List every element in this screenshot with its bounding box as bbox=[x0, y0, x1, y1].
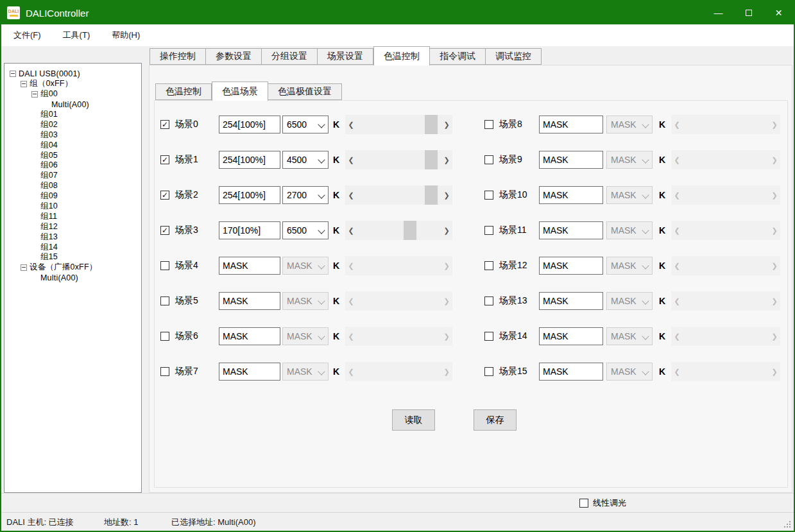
scene-level-input[interactable] bbox=[539, 151, 603, 169]
scene-level-input[interactable] bbox=[219, 151, 280, 169]
tree-item[interactable]: 组12 bbox=[4, 221, 141, 232]
read-button[interactable]: 读取 bbox=[392, 409, 435, 431]
tree-item[interactable]: 组06 bbox=[4, 160, 141, 171]
scene-level-input[interactable] bbox=[219, 327, 280, 345]
scene-enable-checkbox[interactable] bbox=[160, 261, 169, 270]
scene-enable-checkbox[interactable] bbox=[484, 120, 493, 129]
scene-enable-checkbox[interactable] bbox=[160, 296, 169, 305]
scrollbar-left-arrow[interactable]: ❮ bbox=[345, 221, 357, 240]
subtab-cct-limits[interactable]: 色温极值设置 bbox=[268, 83, 342, 100]
scrollbar-right-arrow[interactable]: ❯ bbox=[441, 150, 452, 169]
scene-cct-dropdown[interactable]: MASK bbox=[282, 257, 329, 275]
tab-grouping-setting[interactable]: 分组设置 bbox=[262, 48, 318, 65]
linear-dimming-option[interactable]: 线性调光 bbox=[579, 497, 626, 509]
scene-cct-scrollbar[interactable]: ❮❯ bbox=[345, 150, 452, 169]
scene-level-input[interactable] bbox=[539, 221, 603, 239]
tree-item[interactable]: 组00 bbox=[4, 89, 141, 99]
tree-item[interactable]: 组（0xFF） bbox=[4, 79, 141, 89]
scene-cct-dropdown[interactable]: MASK bbox=[606, 186, 653, 204]
scrollbar-right-arrow[interactable]: ❯ bbox=[441, 221, 452, 240]
scene-enable-checkbox[interactable]: ✓ bbox=[160, 120, 169, 129]
scene-cct-dropdown[interactable]: MASK bbox=[282, 363, 329, 381]
subtab-cct-control[interactable]: 色温控制 bbox=[155, 83, 212, 100]
scrollbar-track[interactable] bbox=[357, 115, 441, 134]
scene-cct-scrollbar[interactable]: ❮❯ bbox=[345, 221, 452, 240]
scene-cct-scrollbar[interactable]: ❮❯ bbox=[345, 185, 452, 205]
scrollbar-left-arrow[interactable]: ❮ bbox=[345, 150, 357, 169]
tree-item[interactable]: 组14 bbox=[4, 242, 141, 252]
tab-command-debug[interactable]: 指令调试 bbox=[430, 48, 486, 65]
scene-cct-dropdown[interactable]: 6500 bbox=[282, 116, 329, 133]
tree-collapse-icon[interactable] bbox=[21, 81, 27, 87]
tree-collapse-icon[interactable] bbox=[21, 264, 27, 271]
scene-level-input[interactable] bbox=[219, 363, 280, 381]
scene-cct-dropdown[interactable]: MASK bbox=[606, 221, 653, 239]
tree-item[interactable]: 组05 bbox=[4, 150, 141, 160]
scene-level-input[interactable] bbox=[219, 257, 280, 275]
scene-enable-checkbox[interactable] bbox=[484, 367, 493, 376]
tree-item[interactable]: 组02 bbox=[4, 119, 141, 130]
tree-item[interactable]: 组08 bbox=[4, 181, 141, 191]
tree-item[interactable]: 组03 bbox=[4, 130, 141, 140]
tree-collapse-icon[interactable] bbox=[10, 71, 16, 77]
scene-cct-dropdown[interactable]: MASK bbox=[606, 327, 653, 345]
scene-level-input[interactable] bbox=[539, 327, 603, 345]
scene-cct-dropdown[interactable]: 4500 bbox=[282, 151, 329, 169]
scene-cct-dropdown[interactable]: 6500 bbox=[282, 221, 329, 239]
scene-cct-dropdown[interactable]: 2700 bbox=[282, 186, 329, 204]
minimize-button[interactable]: — bbox=[703, 1, 733, 24]
scene-enable-checkbox[interactable] bbox=[160, 332, 169, 341]
scene-cct-dropdown[interactable]: MASK bbox=[606, 151, 653, 169]
scrollbar-track[interactable] bbox=[357, 185, 441, 205]
scene-cct-dropdown[interactable]: MASK bbox=[606, 292, 653, 310]
tree-item[interactable]: 设备（广播0xFF） bbox=[4, 262, 141, 273]
scene-enable-checkbox[interactable] bbox=[484, 191, 493, 200]
scene-level-input[interactable] bbox=[219, 186, 280, 204]
resize-grip-icon[interactable] bbox=[784, 521, 791, 528]
scrollbar-right-arrow[interactable]: ❯ bbox=[441, 115, 452, 134]
scrollbar-track[interactable] bbox=[357, 221, 441, 240]
scene-enable-checkbox[interactable] bbox=[484, 261, 493, 270]
menu-item-help[interactable]: 帮助(H) bbox=[105, 28, 147, 43]
scrollbar-thumb[interactable] bbox=[404, 221, 416, 240]
scene-cct-dropdown[interactable]: MASK bbox=[606, 116, 653, 133]
tree-item[interactable]: 组15 bbox=[4, 252, 141, 262]
save-button[interactable]: 保存 bbox=[474, 409, 517, 431]
scene-enable-checkbox[interactable] bbox=[160, 367, 169, 376]
scene-level-input[interactable] bbox=[539, 363, 603, 381]
scrollbar-left-arrow[interactable]: ❮ bbox=[345, 185, 357, 205]
maximize-button[interactable] bbox=[733, 1, 764, 24]
scene-cct-dropdown[interactable]: MASK bbox=[606, 257, 653, 275]
scene-level-input[interactable] bbox=[219, 116, 280, 133]
scene-enable-checkbox[interactable] bbox=[484, 155, 493, 164]
tree-collapse-icon[interactable] bbox=[31, 91, 38, 98]
subtab-cct-scene[interactable]: 色温场景 bbox=[212, 82, 268, 101]
tree-item[interactable]: Multi(A00) bbox=[4, 99, 141, 110]
tab-scene-setting[interactable]: 场景设置 bbox=[318, 48, 373, 65]
tab-debug-monitor[interactable]: 调试监控 bbox=[486, 48, 542, 65]
scene-enable-checkbox[interactable]: ✓ bbox=[160, 226, 169, 235]
tree-item[interactable]: 组11 bbox=[4, 211, 141, 221]
tree-item[interactable]: 组09 bbox=[4, 191, 141, 202]
scene-level-input[interactable] bbox=[219, 292, 280, 310]
scene-enable-checkbox[interactable]: ✓ bbox=[160, 155, 169, 164]
close-button[interactable]: ✕ bbox=[764, 1, 794, 24]
tree-item[interactable]: 组07 bbox=[4, 171, 141, 181]
scene-level-input[interactable] bbox=[539, 186, 603, 204]
scene-level-input[interactable] bbox=[539, 116, 603, 133]
scene-enable-checkbox[interactable] bbox=[484, 332, 493, 341]
scene-cct-dropdown[interactable]: MASK bbox=[282, 327, 329, 345]
scrollbar-track[interactable] bbox=[357, 150, 441, 169]
menu-item-tools[interactable]: 工具(T) bbox=[56, 28, 98, 43]
linear-dimming-checkbox[interactable] bbox=[579, 499, 588, 508]
scene-level-input[interactable] bbox=[539, 257, 603, 275]
scene-cct-dropdown[interactable]: MASK bbox=[606, 363, 653, 381]
scene-enable-checkbox[interactable] bbox=[484, 226, 493, 235]
tree-item[interactable]: DALI USB(0001) bbox=[4, 69, 141, 79]
tab-cct-control[interactable]: 色温控制 bbox=[373, 46, 430, 65]
scrollbar-left-arrow[interactable]: ❮ bbox=[345, 115, 357, 134]
menu-item-file[interactable]: 文件(F) bbox=[6, 28, 48, 43]
scene-enable-checkbox[interactable]: ✓ bbox=[160, 191, 169, 200]
tree-item[interactable]: Multi(A00) bbox=[4, 273, 141, 283]
scrollbar-thumb[interactable] bbox=[425, 185, 438, 205]
